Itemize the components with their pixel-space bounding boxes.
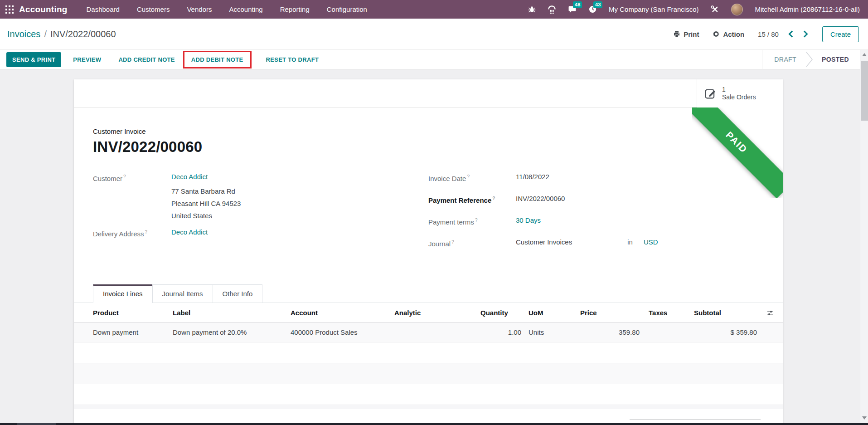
invoice-date-value[interactable]: 11/08/2022 [516, 172, 549, 183]
tab-invoice-lines[interactable]: Invoice Lines [93, 284, 153, 303]
company-switcher[interactable]: My Company (San Francisco) [609, 5, 698, 13]
menu-dashboard[interactable]: Dashboard [87, 5, 120, 13]
chevron-right-icon [803, 30, 809, 38]
customer-value-link[interactable]: Deco Addict [171, 172, 208, 183]
breadcrumb-current: INV/2022/00060 [50, 29, 116, 39]
user-menu[interactable]: Mitchell Admin (20867112-16-0-all) [755, 5, 860, 13]
breadcrumb-separator: / [44, 29, 47, 39]
status-posted[interactable]: POSTED [814, 56, 860, 63]
cell-label: Down payment of 20.0% [173, 322, 291, 342]
col-taxes[interactable]: Taxes [640, 303, 694, 322]
control-panel-actions: Print Action 15 / 80 [673, 26, 859, 42]
col-analytic[interactable]: Analytic [394, 303, 480, 322]
debug-bug-icon[interactable] [528, 5, 536, 13]
journal-value[interactable]: Customer Invoices [516, 237, 572, 249]
cell-analytic [394, 322, 480, 342]
preview-button[interactable]: PREVIEW [68, 52, 107, 67]
payment-reference-label: Payment Reference? [428, 194, 516, 205]
payment-terms-value-link[interactable]: 30 Days [516, 215, 541, 227]
reset-to-draft-button[interactable]: RESET TO DRAFT [261, 52, 325, 67]
journal-value-line: Customer Invoices in USD [516, 237, 764, 249]
payment-reference-field: Payment Reference? INV/2022/00060 [428, 194, 764, 205]
delivery-address-value-link[interactable]: Deco Addict [171, 227, 208, 239]
horizontal-scrollbar-thumb[interactable] [17, 423, 56, 425]
highlight-annotation: ADD DEBIT NOTE [183, 51, 252, 68]
help-marker: ? [467, 174, 470, 179]
pager-previous-button[interactable] [788, 30, 794, 38]
menu-accounting[interactable]: Accounting [229, 5, 262, 13]
sheet-footer: Terms & Conditions: https://20867112-16-… [74, 409, 783, 423]
main-navbar: Accounting Dashboard Customers Vendors A… [0, 0, 868, 19]
col-account[interactable]: Account [291, 303, 394, 322]
document-number: INV/2022/00060 [93, 138, 764, 156]
send-print-button[interactable]: SEND & PRINT [6, 52, 61, 67]
fields-right-column: Invoice Date? 11/08/2022 Payment Referen… [428, 172, 764, 268]
invoice-date-field: Invoice Date? 11/08/2022 [428, 172, 764, 183]
status-arrow-separator [805, 51, 814, 68]
apps-grid-icon[interactable] [0, 0, 19, 19]
tab-other-info[interactable]: Other Info [213, 284, 263, 303]
menu-vendors[interactable]: Vendors [187, 5, 212, 13]
add-credit-note-button[interactable]: ADD CREDIT NOTE [113, 52, 180, 67]
journal-field: Journal? Customer Invoices in USD [428, 237, 764, 249]
help-marker: ? [475, 218, 478, 223]
payment-terms-label: Payment terms? [428, 215, 516, 227]
app-title[interactable]: Accounting [19, 5, 68, 15]
content-area: 1 Sale Orders PAID Customer Invoice INV/… [0, 69, 860, 423]
status-draft[interactable]: DRAFT [765, 56, 805, 63]
col-uom[interactable]: UoM [521, 303, 580, 322]
fields-left-column: Customer? Deco Addict 77 Santa Barbara R… [93, 172, 428, 268]
notebook-tabs: Invoice Lines Journal Items Other Info [74, 284, 783, 303]
help-marker: ? [123, 174, 126, 179]
optional-columns-button[interactable] [757, 309, 783, 317]
breadcrumb: Invoices / INV/2022/00060 [7, 29, 116, 39]
document-header: Customer Invoice INV/2022/00060 [74, 107, 783, 156]
col-quantity[interactable]: Quantity [480, 303, 521, 322]
invoice-date-label: Invoice Date? [428, 172, 516, 183]
breadcrumb-invoices-link[interactable]: Invoices [7, 29, 40, 39]
app-window: Accounting Dashboard Customers Vendors A… [0, 0, 868, 425]
customer-address: 77 Santa Barbara Rd Pleasant Hill CA 945… [171, 185, 428, 222]
sale-orders-label: Sale Orders [722, 93, 756, 101]
print-button[interactable]: Print [673, 30, 699, 38]
payment-reference-value[interactable]: INV/2022/00060 [516, 194, 565, 205]
activities-badge: 43 [593, 1, 602, 8]
scrollbar-thumb[interactable] [861, 61, 868, 121]
activities-menu[interactable]: 43 [588, 5, 597, 14]
invoice-line-row[interactable]: Down payment Down payment of 20.0% 40000… [74, 322, 783, 342]
journal-currency-link[interactable]: USD [644, 237, 658, 249]
document-type-label: Customer Invoice [93, 127, 764, 135]
customer-label: Customer? [93, 172, 171, 183]
scrollbar-down-arrow-icon[interactable] [862, 416, 867, 420]
cell-taxes [640, 322, 694, 342]
menu-configuration[interactable]: Configuration [327, 5, 367, 13]
messages-menu[interactable]: 48 [568, 5, 577, 14]
phone-dialer-icon[interactable] [548, 5, 556, 14]
customer-field: Customer? Deco Addict [93, 172, 428, 183]
cell-quantity: 1.00 [480, 322, 521, 342]
col-product[interactable]: Product [74, 303, 173, 322]
col-price[interactable]: Price [580, 303, 640, 322]
action-button[interactable]: Action [713, 30, 744, 38]
tab-journal-items[interactable]: Journal Items [152, 284, 213, 303]
scrollbar-up-arrow-icon[interactable] [862, 53, 867, 56]
cell-uom: Units [521, 322, 580, 342]
col-subtotal[interactable]: Subtotal [694, 303, 757, 322]
user-avatar[interactable] [731, 4, 743, 15]
table-header-row: Product Label Account Analytic Quantity … [74, 303, 783, 322]
add-debit-note-button[interactable]: ADD DEBIT NOTE [189, 54, 246, 65]
pager-next-button[interactable] [803, 30, 809, 38]
menu-reporting[interactable]: Reporting [280, 5, 310, 13]
create-button[interactable]: Create [822, 26, 859, 42]
vertical-scrollbar[interactable] [860, 50, 868, 423]
cell-account: 400000 Product Sales [291, 322, 394, 342]
menu-customers[interactable]: Customers [137, 5, 170, 13]
payment-terms-field: Payment terms? 30 Days [428, 215, 764, 227]
sale-orders-stat-button[interactable]: 1 Sale Orders [697, 79, 783, 107]
messages-badge: 48 [573, 1, 582, 8]
debug-tools-menu[interactable] [710, 5, 719, 14]
apps-grid-icon-glyph [5, 5, 14, 14]
col-label[interactable]: Label [173, 303, 291, 322]
pager: 15 / 80 [758, 30, 809, 38]
chevron-left-icon [788, 30, 794, 38]
